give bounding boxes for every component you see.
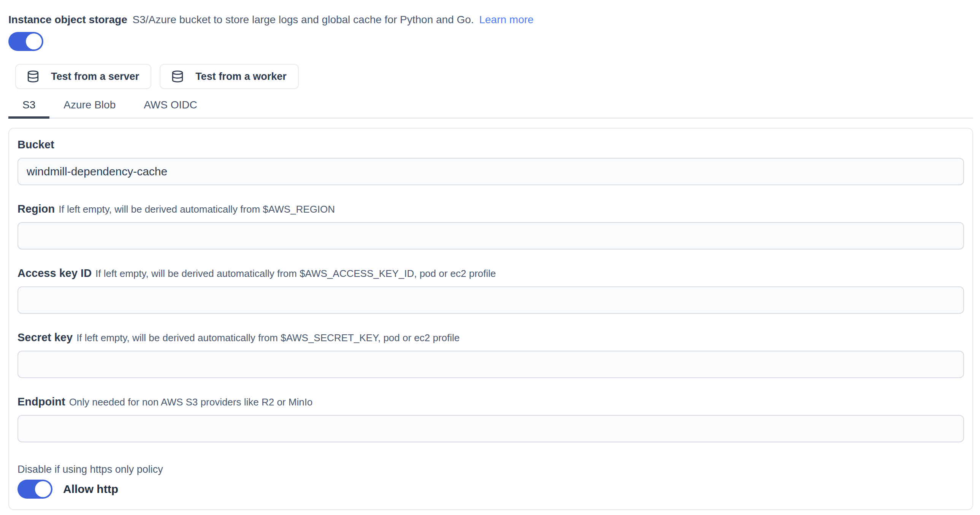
s3-settings-card: Bucket RegionIf left empty, will be deri… [8,128,973,510]
toggle-knob [35,481,51,497]
test-from-server-label: Test from a server [51,71,139,83]
allow-http-toggle[interactable] [18,480,52,499]
access-key-id-hint: If left empty, will be derived automatic… [95,268,496,279]
secret-key-field: Secret keyIf left empty, will be derived… [18,330,964,378]
database-icon [171,70,184,83]
allow-http-note: Disable if using https only policy [18,463,964,476]
bucket-label: Bucket [18,139,54,151]
secret-key-label: Secret key [18,331,73,343]
tab-s3[interactable]: S3 [8,94,49,119]
endpoint-input[interactable] [18,415,964,442]
allow-http-label: Allow http [63,483,118,496]
endpoint-label: Endpoint [18,395,65,408]
region-field: RegionIf left empty, will be derived aut… [18,202,964,250]
endpoint-field: EndpointOnly needed for non AWS S3 provi… [18,395,964,442]
toggle-knob [26,33,42,49]
access-key-id-input[interactable] [18,286,964,314]
tab-aws-oidc[interactable]: AWS OIDC [130,94,212,119]
region-label: Region [18,203,55,215]
test-from-worker-label: Test from a worker [196,71,286,83]
learn-more-link[interactable]: Learn more [479,14,533,26]
allow-http-section: Disable if using https only policy Allow… [18,463,964,499]
page-title: Instance object storage [8,14,127,26]
test-buttons-row: Test from a server Test from a worker [15,64,973,89]
tab-azure-blob[interactable]: Azure Blob [49,94,130,119]
test-from-server-button[interactable]: Test from a server [15,64,151,89]
access-key-id-label: Access key ID [18,267,92,279]
access-key-id-field: Access key IDIf left empty, will be deri… [18,266,964,314]
bucket-field: Bucket [18,138,964,185]
instance-object-storage-settings: Instance object storage S3/Azure bucket … [0,0,980,510]
storage-type-tabs: S3 Azure Blob AWS OIDC [8,94,973,119]
test-from-worker-button[interactable]: Test from a worker [160,64,299,89]
database-icon [27,70,40,83]
bucket-input[interactable] [18,158,964,185]
endpoint-hint: Only needed for non AWS S3 providers lik… [69,396,313,408]
region-hint: If left empty, will be derived automatic… [59,204,335,215]
page-description: S3/Azure bucket to store large logs and … [133,14,474,26]
header: Instance object storage S3/Azure bucket … [8,13,973,27]
region-input[interactable] [18,222,964,250]
secret-key-hint: If left empty, will be derived automatic… [76,332,460,343]
instance-object-storage-toggle[interactable] [8,32,43,51]
secret-key-input[interactable] [18,351,964,378]
